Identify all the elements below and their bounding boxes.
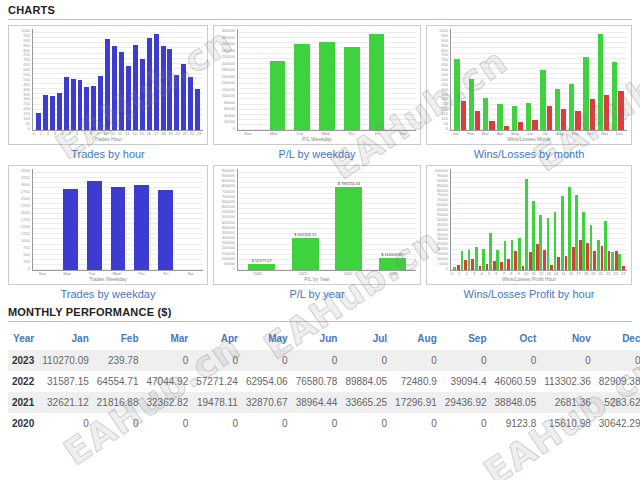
bar-slot [167,29,174,130]
y-axis-tick-label: 2500 [21,197,30,201]
x-axis-tick-label: Sat [178,272,203,276]
y-axis-tick-label: 1250 [21,232,30,236]
x-axis-tick-label: Oct [582,132,597,136]
y-axis-tick-label: 450000 [222,221,235,225]
x-axis-tick-label: 5 [485,272,492,276]
year-cell: 2020 [8,413,38,434]
column-header-dec[interactable]: Dec [595,327,640,350]
x-axis-tick-label: 23 [619,272,626,276]
bar [140,59,145,130]
bar [335,187,362,270]
value-cell: 2681.36 [540,392,595,413]
x-axis-tick-label: Thu [338,132,364,136]
bar-wins [469,79,474,130]
bar-wins-profit [539,215,542,270]
y-axis-tick-label: 60000 [224,107,235,111]
x-axis-tick-label: 22 [612,272,619,276]
y-axis: 1000950900850800750700650600550500450400… [431,29,450,131]
bar-wins-profit [496,250,499,270]
chart-title-link-trades-by-hour[interactable]: Trades by hour [8,148,208,160]
bar-slot [611,169,618,270]
chart-title-link-pl-by-weekday[interactable]: P/L by weekday [213,148,421,160]
x-axis-tick-label: Aug [552,132,567,136]
bar [158,190,173,270]
bar-wins-profit [504,241,507,270]
charts-grid: 1000950900850800750700650600550500450400… [8,25,632,300]
bar-slot [104,29,111,130]
chart-title-link-pl-by-year[interactable]: P/L by year [213,288,421,300]
value-cell: 89884.05 [341,371,391,392]
bar-wins [497,104,502,130]
plot: $ 55377.07$ 305326.15$ 783724.54$ 110509… [237,169,416,271]
x-axis-tick-label: 21 [605,272,612,276]
chart-title-link-wins-losses-profit-by-hour[interactable]: Wins/Losses Profit by hour [426,288,632,300]
bar-value-label: $ 783724.54 [338,182,360,186]
bar-value-label: $ 305326.15 [294,233,316,237]
column-header-mar[interactable]: Mar [143,327,193,350]
x-axis-tick-label: 13 [124,132,131,136]
bar [91,86,96,130]
bar-slot [596,29,610,130]
bar-wins-profit [525,179,528,270]
value-cell: 5283.62 [595,392,640,413]
y-axis-tick-label: 0 [446,127,448,131]
x-axis-tick-label: 19 [590,272,597,276]
column-header-apr[interactable]: Apr [192,327,242,350]
column-header-jul[interactable]: Jul [341,327,391,350]
bar-wins-profit [582,212,585,270]
bar-wins [512,106,517,130]
value-cell: 15610.98 [540,413,595,434]
chart-title-link-wins-losses-by-month[interactable]: Wins/Losses by month [426,148,632,160]
chart-pl-by-weekday: 3000002800002600002400002200002000001800… [213,25,421,160]
bar-slot [177,169,201,270]
y-axis-tick-label: 750 [23,246,30,250]
bar [379,258,406,270]
column-header-feb[interactable]: Feb [93,327,143,350]
bar-slot [553,169,560,270]
column-header-jan[interactable]: Jan [38,327,93,350]
bar-slot [290,29,315,130]
column-header-jun[interactable]: Jun [292,327,342,350]
bar-slot [125,29,132,130]
bar-losses-profit [622,266,625,270]
value-cell: 0 [242,350,292,371]
x-axis-tick-label: 2022 [326,272,371,276]
value-cell: 19478.11 [192,392,242,413]
x-axis-tick-label: 23 [196,132,203,136]
x-axis-tick-label: 20 [597,272,604,276]
bar-slot [482,29,496,130]
bar-slot: $ 55377.07 [240,169,284,270]
y-axis-tick-label: 800000 [222,184,235,188]
value-cell: 38964.44 [292,392,342,413]
x-axis-tick-label: 15 [138,132,145,136]
x-axis-tick-label: 3 [470,272,477,276]
bar [112,46,117,130]
chart-pl-by-year: 9500009000008500008000007500007000006500… [213,165,421,300]
value-cell: 38848.05 [491,392,541,413]
y-axis-tick-label: 2000 [21,211,30,215]
column-header-year[interactable]: Year [8,327,38,350]
x-axis-tick-label: 7 [80,132,87,136]
bar-wins-profit [554,212,557,270]
bar-slot [489,169,496,270]
column-header-may[interactable]: May [242,327,292,350]
y-axis-tick-label: 20000 [224,120,235,124]
y-axis-tick-label: 1500 [21,225,30,229]
bar [57,93,62,130]
column-header-oct[interactable]: Oct [491,327,541,350]
bar-wins-profit [597,240,600,270]
bar-wins-profit [561,196,564,270]
chart-title-link-trades-by-weekday[interactable]: Trades by weekday [8,288,208,300]
bar-wins-profit [518,238,521,270]
x-axis-tick-label: 2020 [235,272,280,276]
bar-slot [596,169,603,270]
bar [344,47,359,130]
column-header-aug[interactable]: Aug [391,327,441,350]
bar [71,79,76,131]
column-header-sep[interactable]: Sep [441,327,491,350]
y-axis-tick-label: 100000 [222,94,235,98]
x-axis-tick-label: 17 [575,272,582,276]
column-header-nov[interactable]: Nov [540,327,595,350]
bar-losses [575,111,580,130]
bar-wins-profit [511,240,514,270]
